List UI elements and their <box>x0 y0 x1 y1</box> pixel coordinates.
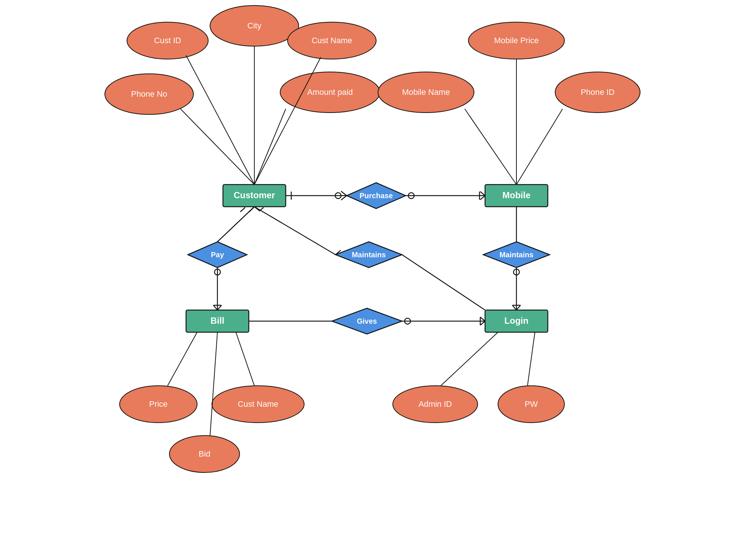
entity-mobile-label: Mobile <box>502 190 530 200</box>
entity-customer-label: Customer <box>234 190 275 200</box>
attr-pw-label: PW <box>525 399 538 409</box>
line-mobilename-mobile <box>465 109 516 185</box>
rel-purchase-label: Purchase <box>360 192 393 200</box>
line-custname-customer <box>254 57 321 185</box>
tick-customer-pay <box>240 207 245 212</box>
attr-cust-name-top-label: Cust Name <box>312 36 352 45</box>
line-phoneno-customer <box>181 109 254 185</box>
entity-bill-label: Bill <box>210 316 224 326</box>
line-bill-price <box>168 332 197 386</box>
attr-cust-id-label: Cust ID <box>154 36 181 45</box>
crow-bill-top1 <box>213 305 217 310</box>
attr-phone-no-label: Phone No <box>131 89 167 99</box>
line-maintains-login <box>402 255 485 310</box>
attr-amount-paid-label: Amount paid <box>307 87 353 97</box>
line-amountpaid-customer <box>254 109 286 185</box>
attr-cust-name-bill-label: Cust Name <box>238 399 278 409</box>
crow-login-top2 <box>516 305 520 310</box>
line-login-adminid <box>441 332 498 386</box>
crow-mobile-left1 <box>480 192 485 196</box>
rel-maintains-customer-label: Maintains <box>352 251 386 259</box>
attr-phone-id-label: Phone ID <box>581 87 615 97</box>
line-customer-pay <box>217 207 254 242</box>
er-diagram: City Cust ID Cust Name Phone No Amount p… <box>0 0 756 557</box>
attr-bid-label: Bid <box>199 449 210 458</box>
line-customer-maintains <box>254 207 336 255</box>
attr-mobile-name-label: Mobile Name <box>402 87 450 97</box>
attr-admin-id-label: Admin ID <box>419 399 452 409</box>
line-bill-bid <box>210 332 217 436</box>
crow-login-left2 <box>480 321 485 325</box>
crow-customer-pay1 <box>249 207 254 212</box>
line-bill-custname <box>236 332 254 386</box>
crow-purchase-left1 <box>341 191 347 196</box>
line-phoneid-mobile <box>516 109 563 185</box>
entity-login-label: Login <box>504 316 528 326</box>
attr-city-label: City <box>247 21 261 30</box>
rel-pay-label: Pay <box>211 251 224 259</box>
crow-mobile-left2 <box>480 196 485 200</box>
rel-maintains-mobile-label: Maintains <box>499 251 533 259</box>
rel-gives-label: Gives <box>357 317 377 325</box>
line-custid-customer <box>186 55 254 185</box>
attr-price-label: Price <box>149 399 168 409</box>
crow-bill-top2 <box>217 305 221 310</box>
attr-mobile-price-label: Mobile Price <box>494 36 539 45</box>
line-login-pw <box>528 332 535 386</box>
crow-login-top1 <box>512 305 516 310</box>
crow-login-left1 <box>480 317 485 321</box>
crow-purchase-left2 <box>341 196 347 200</box>
